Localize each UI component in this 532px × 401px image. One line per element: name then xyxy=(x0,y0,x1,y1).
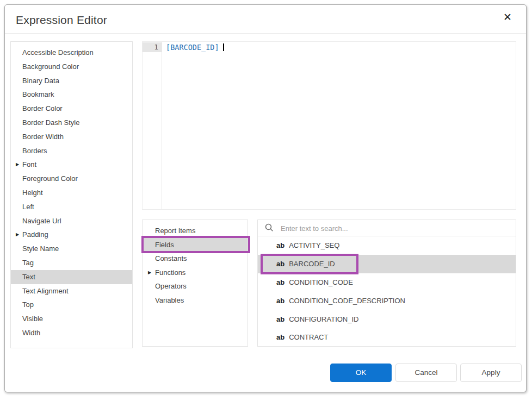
line-number: 1 xyxy=(143,42,162,52)
category-label: Operators xyxy=(155,282,187,290)
property-item-style-name[interactable]: Style Name xyxy=(11,242,132,256)
properties-panel: Accessible Description Background Color … xyxy=(10,41,133,348)
expand-arrow-icon[interactable]: ▶ xyxy=(16,158,19,172)
fields-list-panel: abACTIVITY_SEQ abBARCODE_ID abCONDITION_… xyxy=(257,220,516,347)
code-text: [BARCODE_ID] xyxy=(166,43,219,52)
property-label: Text xyxy=(22,273,35,281)
dialog-title: Expression Editor xyxy=(16,14,107,27)
property-item-binary-data[interactable]: Binary Data xyxy=(11,74,132,88)
property-label: Bookmark xyxy=(22,90,54,98)
property-item-tag[interactable]: Tag xyxy=(11,256,132,270)
property-item-height[interactable]: Height xyxy=(11,186,132,200)
property-label: Foreground Color xyxy=(22,174,78,183)
search-input[interactable] xyxy=(280,221,505,236)
property-label: Padding xyxy=(22,230,48,239)
field-name: CONDITION_CODE_DESCRIPTION xyxy=(289,297,405,305)
category-label: Constants xyxy=(155,254,187,262)
code-line[interactable]: [BARCODE_ID] xyxy=(166,42,224,52)
category-item-operators[interactable]: Operators xyxy=(143,279,248,293)
category-item-variables[interactable]: Variables xyxy=(143,293,248,308)
property-item-background-color[interactable]: Background Color xyxy=(11,60,132,74)
property-label: Binary Data xyxy=(22,77,59,85)
category-item-fields[interactable]: Fields xyxy=(143,238,248,252)
editor-gutter: 1 xyxy=(143,42,162,209)
property-item-navigate-url[interactable]: Navigate Url xyxy=(11,214,132,228)
category-item-report-items[interactable]: Report Items xyxy=(143,224,248,238)
property-item-text-alignment[interactable]: Text Alignment xyxy=(11,284,132,298)
string-type-icon: ab xyxy=(276,297,284,305)
field-name: CONTRACT xyxy=(289,333,328,341)
property-item-foreground-color[interactable]: Foreground Color xyxy=(11,172,132,186)
property-item-padding[interactable]: ▶Padding xyxy=(11,228,132,242)
cancel-button[interactable]: Cancel xyxy=(395,364,457,382)
field-item-activity-seq[interactable]: abACTIVITY_SEQ xyxy=(258,236,516,255)
categories-panel: Report Items Fields Constants ▶Functions… xyxy=(142,220,248,347)
string-type-icon: ab xyxy=(276,333,284,341)
property-label: Style Name xyxy=(22,245,59,253)
title-bar: Expression Editor ✕ xyxy=(5,5,526,34)
field-name: CONFIGURATION_ID xyxy=(289,315,358,323)
field-item-configuration-id[interactable]: abCONFIGURATION_ID xyxy=(258,310,516,329)
ok-button[interactable]: OK xyxy=(330,364,392,382)
property-item-left[interactable]: Left xyxy=(11,200,132,214)
property-item-text[interactable]: Text xyxy=(11,270,132,284)
property-item-top[interactable]: Top xyxy=(11,298,132,312)
property-item-font[interactable]: ▶Font xyxy=(11,158,132,172)
string-type-icon: ab xyxy=(276,241,284,249)
property-label: Width xyxy=(22,329,40,337)
string-type-icon: ab xyxy=(276,315,284,323)
category-item-constants[interactable]: Constants xyxy=(143,252,248,266)
property-item-bookmark[interactable]: Bookmark xyxy=(11,87,132,102)
property-label: Top xyxy=(22,300,34,309)
string-type-icon: ab xyxy=(276,278,284,286)
field-name: BARCODE_ID xyxy=(289,260,335,268)
expand-arrow-icon[interactable]: ▶ xyxy=(148,266,151,280)
expand-arrow-icon[interactable]: ▶ xyxy=(16,228,19,242)
property-label: Text Alignment xyxy=(22,287,69,295)
field-item-barcode-id[interactable]: abBARCODE_ID xyxy=(258,255,516,273)
property-item-border-dash-style[interactable]: Border Dash Style xyxy=(11,116,132,130)
text-cursor xyxy=(223,43,224,51)
property-item-accessible-description[interactable]: Accessible Description xyxy=(11,46,132,60)
property-label: Left xyxy=(22,203,34,211)
property-label: Font xyxy=(22,160,36,168)
property-item-width[interactable]: Width xyxy=(11,326,132,340)
expression-editor-dialog: Expression Editor ✕ Accessible Descripti… xyxy=(4,4,527,392)
property-label: Navigate Url xyxy=(22,217,61,225)
property-label: Tag xyxy=(22,259,34,267)
field-name: CONDITION_CODE xyxy=(289,278,353,286)
category-label: Variables xyxy=(155,296,184,304)
expression-code-editor[interactable]: 1 [BARCODE_ID] xyxy=(142,41,516,210)
property-label: Height xyxy=(22,189,43,197)
property-item-visible[interactable]: Visible xyxy=(11,312,132,326)
property-label: Background Color xyxy=(22,62,79,71)
property-label: Border Color xyxy=(22,104,63,112)
property-item-borders[interactable]: Borders xyxy=(11,144,132,158)
property-label: Border Width xyxy=(22,133,64,141)
property-item-border-color[interactable]: Border Color xyxy=(11,102,132,116)
property-item-border-width[interactable]: Border Width xyxy=(11,130,132,144)
field-item-condition-code-description[interactable]: abCONDITION_CODE_DESCRIPTION xyxy=(258,292,516,310)
field-item-condition-code[interactable]: abCONDITION_CODE xyxy=(258,273,516,292)
field-name: ACTIVITY_SEQ xyxy=(289,241,339,249)
category-label: Functions xyxy=(155,268,185,277)
apply-button[interactable]: Apply xyxy=(460,364,522,382)
property-label: Visible xyxy=(22,315,43,323)
search-icon xyxy=(265,223,274,234)
category-label: Report Items xyxy=(155,227,195,235)
string-type-icon: ab xyxy=(276,260,284,268)
search-bar xyxy=(258,220,516,236)
category-label: Fields xyxy=(155,241,174,249)
close-icon[interactable]: ✕ xyxy=(503,12,512,22)
property-label: Accessible Description xyxy=(22,48,94,57)
field-item-contract[interactable]: abCONTRACT xyxy=(258,328,516,347)
category-item-functions[interactable]: ▶Functions xyxy=(143,266,248,280)
property-label: Border Dash Style xyxy=(22,118,80,127)
property-label: Borders xyxy=(22,147,47,155)
